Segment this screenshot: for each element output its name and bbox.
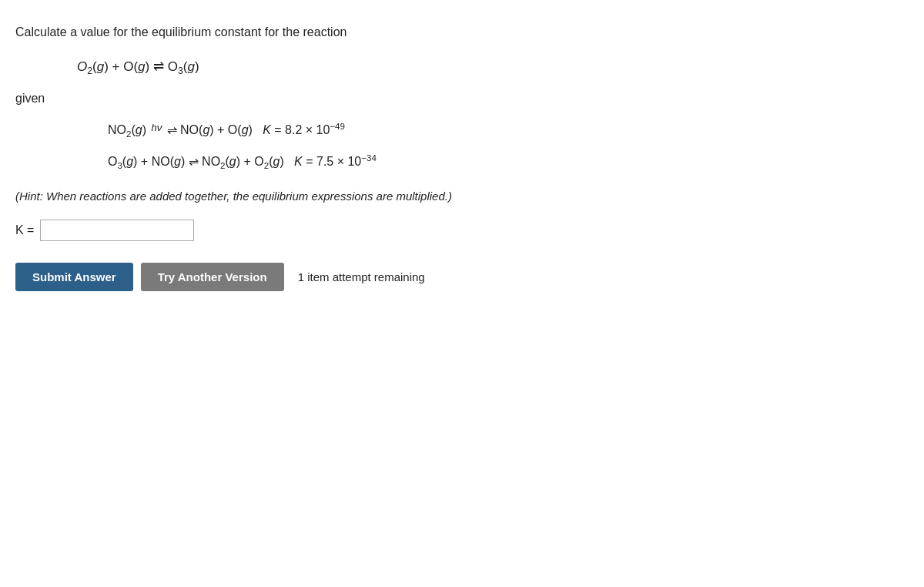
reactions-block: NO2(g) hν ⇌ NO(g) + O(g) K = 8.2 × 10−49… (108, 116, 909, 176)
k-label: K = (15, 223, 34, 237)
main-reaction: O2(g) + O(g) ⇌ O3(g) (77, 55, 909, 79)
submit-answer-button[interactable]: Submit Answer (15, 263, 133, 291)
try-another-version-button[interactable]: Try Another Version (141, 263, 284, 291)
reaction1-text: NO2(g) hν ⇌ NO(g) + O(g) K = 8.2 × 10−49 (108, 116, 345, 145)
reaction2-row: O3(g) + NO(g) ⇌ NO2(g) + O2(g) K = 7.5 ×… (108, 148, 909, 176)
hint-text: (Hint: When reactions are added together… (15, 188, 909, 206)
k-input-row: K = (15, 220, 909, 241)
given-label: given (15, 92, 909, 106)
reaction1-row: NO2(g) hν ⇌ NO(g) + O(g) K = 8.2 × 10−49 (108, 116, 909, 145)
question-title: Calculate a value for the equilibrium co… (15, 23, 909, 42)
button-row: Submit Answer Try Another Version 1 item… (15, 263, 909, 291)
reaction2-text: O3(g) + NO(g) ⇌ NO2(g) + O2(g) K = 7.5 ×… (108, 148, 377, 176)
attempt-remaining-text: 1 item attempt remaining (298, 270, 425, 283)
k-answer-input[interactable] (40, 220, 194, 241)
